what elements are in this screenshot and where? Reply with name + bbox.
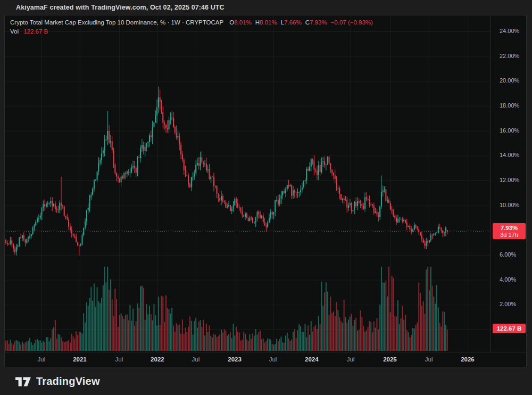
price-tick-label: 6.00%	[500, 251, 516, 258]
volume-axis-tag: 122.67 B	[493, 324, 526, 333]
volume-value: 122.67 B	[23, 28, 48, 35]
time-tick-label: Jul	[192, 356, 200, 363]
footer-bar: TradingView	[0, 368, 532, 395]
time-tick-label: 2025	[383, 356, 397, 363]
attribution-text: AkiyamaF created with TradingView.com, O…	[16, 4, 225, 11]
price-axis[interactable]: 7.93% 3d 17h 122.67 B 24.00%22.00%20.00%…	[491, 15, 527, 352]
time-axis[interactable]: Jul2021Jul2022Jul2023Jul2024Jul2025Jul20…	[5, 352, 527, 367]
price-tick-label: 2.00%	[500, 301, 516, 307]
ohlc-key: H	[255, 19, 260, 26]
volume-label: Vol	[10, 28, 19, 35]
time-tick-label: Jul	[38, 356, 46, 363]
time-tick-label: Jul	[347, 356, 355, 363]
change-value: −0.07 (−0.93%)	[331, 19, 373, 26]
price-tick-label: 24.00%	[500, 28, 519, 34]
brand-name: TradingView	[36, 375, 100, 388]
time-tick-label: 2024	[305, 356, 319, 363]
price-tick-label: 18.00%	[500, 102, 519, 109]
price-tick-label: 16.00%	[500, 127, 519, 134]
attribution-bar: AkiyamaF created with TradingView.com, O…	[0, 0, 532, 14]
ohlc-value: 7.93%	[310, 19, 327, 26]
time-tick-label: Jul	[115, 356, 123, 363]
price-tick-label: 10.00%	[500, 202, 519, 208]
time-tick-label: 2023	[228, 356, 242, 363]
ohlc-key: O	[229, 19, 234, 26]
time-tick-label: 2021	[73, 356, 87, 363]
legend-row-volume: Vol 122.67 B	[10, 27, 373, 36]
plot-area[interactable]: Crypto Total Market Cap Excluding Top 10…	[5, 15, 490, 352]
price-tick-label: 12.00%	[500, 177, 519, 183]
time-tick-label: Jul	[269, 356, 277, 363]
legend-row-main: Crypto Total Market Cap Excluding Top 10…	[10, 18, 373, 27]
chart-panel: Crypto Total Market Cap Excluding Top 10…	[4, 15, 527, 367]
ohlc-value: 8.01%	[260, 19, 277, 26]
time-tick-label: Jul	[425, 356, 433, 363]
time-tick-label: 2022	[151, 356, 164, 363]
bar-countdown: 3d 17h	[493, 232, 526, 238]
price-tick-label: 22.00%	[500, 53, 519, 59]
symbol-title[interactable]: Crypto Total Market Cap Excluding Top 10…	[10, 19, 223, 26]
last-price-value: 7.93%	[493, 224, 526, 232]
last-price-tag: 7.93% 3d 17h	[493, 223, 526, 239]
ohlc-value: 8.01%	[234, 19, 252, 26]
candlestick-chart[interactable]	[5, 15, 490, 352]
ohlc-value: 7.66%	[284, 19, 302, 26]
time-tick-label: 2026	[461, 356, 475, 363]
tradingview-logo	[15, 375, 31, 388]
price-tick-label: 20.00%	[500, 77, 519, 84]
ohlc-values: O8.01%H8.01%L7.66%C7.93%−0.07 (−0.93%)	[226, 19, 373, 26]
price-tick-label: 4.00%	[500, 276, 516, 283]
chart-legend: Crypto Total Market Cap Excluding Top 10…	[10, 18, 373, 36]
price-tick-label: 14.00%	[500, 152, 519, 158]
ohlc-key: C	[305, 19, 310, 26]
